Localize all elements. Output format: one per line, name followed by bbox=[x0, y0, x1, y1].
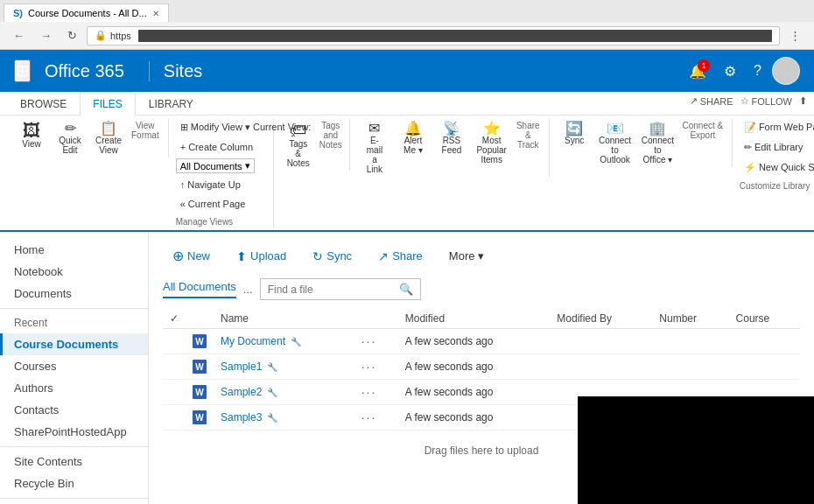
browser-tab[interactable]: S) Course Documents - All D... ✕ bbox=[4, 4, 169, 22]
create-view-btn[interactable]: 📋 CreateView bbox=[91, 119, 126, 158]
tab-library[interactable]: LIBRARY bbox=[136, 92, 207, 116]
back-btn[interactable]: ← bbox=[7, 25, 31, 46]
address-bar[interactable]: 🔒 https bbox=[87, 26, 780, 46]
table-row: W Sample1 🔧 ··· A few seconds ago bbox=[163, 354, 800, 380]
search-input[interactable] bbox=[268, 284, 399, 296]
user-avatar[interactable] bbox=[772, 57, 800, 85]
row-ellipsis[interactable]: ··· bbox=[354, 354, 398, 380]
refresh-btn[interactable]: ↻ bbox=[61, 25, 83, 46]
word-doc-icon: W bbox=[193, 385, 207, 399]
table-header-row: ✓ Name Modified Modified By Number Cours… bbox=[163, 309, 800, 329]
row-ellipsis[interactable]: ··· bbox=[354, 405, 398, 430]
doc-name-link[interactable]: Sample1 bbox=[221, 360, 262, 373]
alert-me-btn[interactable]: 🔔 AlertMe ▾ bbox=[396, 119, 431, 158]
row-name-cell: Sample2 🔧 bbox=[214, 380, 354, 405]
create-view-icon: 📋 bbox=[100, 122, 117, 136]
waffle-menu-btn[interactable]: ⊞ bbox=[14, 60, 31, 82]
row-file-icon: W bbox=[186, 329, 214, 354]
sidebar-item-site-contents[interactable]: Site Contents bbox=[0, 451, 148, 472]
row-check[interactable] bbox=[163, 380, 186, 405]
all-documents-tab[interactable]: All Documents bbox=[163, 280, 236, 298]
sidebar-item-documents[interactable]: Documents bbox=[0, 283, 148, 304]
settings-btn[interactable]: ⋮ bbox=[783, 25, 807, 46]
follow-btn[interactable]: ☆ FOLLOW bbox=[740, 95, 792, 107]
doc-edit-icon[interactable]: 🔧 bbox=[291, 337, 301, 346]
edit-library-btn[interactable]: ✏ Edit Library bbox=[740, 139, 808, 156]
connect-office-btn[interactable]: 🏢 Connect toOffice ▾ bbox=[638, 119, 677, 167]
nav-bar: ← → ↻ 🔒 https ⋮ bbox=[0, 22, 814, 49]
app-title: Office 365 bbox=[45, 61, 124, 81]
sidebar-item-authors[interactable]: Authors bbox=[0, 377, 148, 399]
row-modified: A few seconds ago bbox=[398, 380, 551, 405]
tab-favicon: S) bbox=[13, 8, 23, 18]
view-btn[interactable]: 🖼 View bbox=[14, 119, 49, 151]
share-icon: ↗ bbox=[690, 95, 698, 107]
share-content-icon: ↗ bbox=[378, 249, 389, 263]
forward-btn[interactable]: → bbox=[34, 25, 58, 46]
row-ellipsis[interactable]: ··· bbox=[354, 329, 398, 354]
quick-edit-btn[interactable]: ✏ QuickEdit bbox=[53, 119, 88, 158]
tab-title: Course Documents - All D... bbox=[28, 8, 147, 18]
ellipsis-btn[interactable]: ··· bbox=[361, 360, 377, 374]
settings-gear-btn[interactable]: ⚙ bbox=[717, 56, 743, 87]
tags-notes-btn[interactable]: 🏷 Tags &Notes bbox=[281, 119, 316, 171]
row-check[interactable] bbox=[163, 405, 186, 430]
manage-views-label: Manage Views bbox=[176, 217, 233, 227]
minimize-ribbon-btn[interactable]: ⬆ bbox=[799, 95, 807, 107]
docs-more-btn[interactable]: ... bbox=[243, 283, 253, 296]
col-course: Course bbox=[729, 309, 800, 329]
ribbon: 🖼 View ✏ QuickEdit 📋 CreateView View For… bbox=[0, 116, 814, 232]
search-input-wrap[interactable]: 🔍 bbox=[260, 278, 421, 300]
address-text: https bbox=[110, 31, 131, 41]
sidebar-item-notebook[interactable]: Notebook bbox=[0, 261, 148, 283]
doc-name-link[interactable]: Sample3 bbox=[221, 411, 262, 424]
upload-btn[interactable]: ⬆ Upload bbox=[227, 244, 296, 269]
share-btn[interactable]: ↗ SHARE bbox=[690, 95, 733, 107]
new-doc-btn[interactable]: ⊕ New bbox=[163, 242, 220, 270]
more-content-btn[interactable]: More ▾ bbox=[439, 244, 494, 268]
doc-edit-icon[interactable]: 🔧 bbox=[267, 362, 277, 372]
sidebar-item-contacts[interactable]: Contacts bbox=[0, 399, 148, 421]
current-page-btn[interactable]: « Current Page bbox=[176, 196, 250, 212]
doc-edit-icon[interactable]: 🔧 bbox=[267, 388, 277, 397]
ellipsis-btn[interactable]: ··· bbox=[361, 410, 377, 424]
content-area: ⊕ New ⬆ Upload ↻ Sync ↗ Share More ▾ All… bbox=[149, 232, 814, 504]
email-icon: ✉ bbox=[368, 122, 380, 136]
share-content-btn[interactable]: ↗ Share bbox=[368, 244, 432, 269]
doc-name-link[interactable]: My Document bbox=[221, 335, 285, 347]
doc-name-link[interactable]: Sample2 bbox=[221, 386, 262, 398]
sidebar-item-course-documents[interactable]: Course Documents bbox=[0, 333, 148, 355]
col-name: Name bbox=[214, 309, 354, 329]
new-quick-step-btn[interactable]: ⚡ New Quick Step bbox=[740, 159, 814, 176]
navigate-up-btn[interactable]: ↑ Navigate Up bbox=[176, 177, 245, 192]
row-check[interactable] bbox=[163, 354, 186, 380]
all-documents-dropdown[interactable]: All Documents ▾ bbox=[176, 158, 255, 173]
create-column-btn[interactable]: + Create Column bbox=[176, 139, 257, 155]
col-modified: Modified bbox=[398, 309, 551, 329]
header-icons: 🔔 1 ⚙ ? bbox=[682, 56, 800, 87]
content-toolbar: ⊕ New ⬆ Upload ↻ Sync ↗ Share More ▾ bbox=[163, 242, 800, 270]
sidebar-item-sharepoint-hosted[interactable]: SharePointHostedApp bbox=[0, 421, 148, 443]
form-web-parts-btn[interactable]: 📝 Form Web Parts ▾ bbox=[740, 119, 814, 136]
ellipsis-btn[interactable]: ··· bbox=[361, 385, 377, 399]
sync-ribbon-btn[interactable]: 🔄 Sync bbox=[557, 119, 592, 148]
email-link-btn[interactable]: ✉ E-mail aLink bbox=[357, 119, 392, 177]
ellipsis-btn[interactable]: ··· bbox=[361, 334, 377, 348]
help-btn[interactable]: ? bbox=[747, 56, 768, 86]
sidebar-item-recycle-bin[interactable]: Recycle Bin bbox=[0, 472, 148, 494]
tab-files[interactable]: FILES bbox=[80, 92, 135, 116]
sync-content-btn[interactable]: ↻ Sync bbox=[303, 244, 361, 269]
sidebar-item-home[interactable]: Home bbox=[0, 239, 148, 261]
tab-browse[interactable]: BROWSE bbox=[7, 92, 80, 116]
notification-btn[interactable]: 🔔 1 bbox=[682, 56, 713, 87]
connect-outlook-btn[interactable]: 📧 Connect toOutlook bbox=[595, 119, 635, 167]
row-check[interactable] bbox=[163, 329, 186, 354]
rss-feed-btn[interactable]: 📡 RSSFeed bbox=[434, 119, 469, 158]
popular-items-btn[interactable]: ⭐ Most PopularItems bbox=[473, 119, 510, 167]
row-ellipsis[interactable]: ··· bbox=[354, 380, 398, 405]
sidebar-item-courses[interactable]: Courses bbox=[0, 355, 148, 377]
tab-close-btn[interactable]: ✕ bbox=[152, 9, 159, 18]
ribbon-group-share-track: ✉ E-mail aLink 🔔 AlertMe ▾ 📡 RSSFeed ⭐ M… bbox=[350, 119, 550, 177]
row-number bbox=[652, 354, 728, 380]
doc-edit-icon[interactable]: 🔧 bbox=[267, 413, 277, 423]
